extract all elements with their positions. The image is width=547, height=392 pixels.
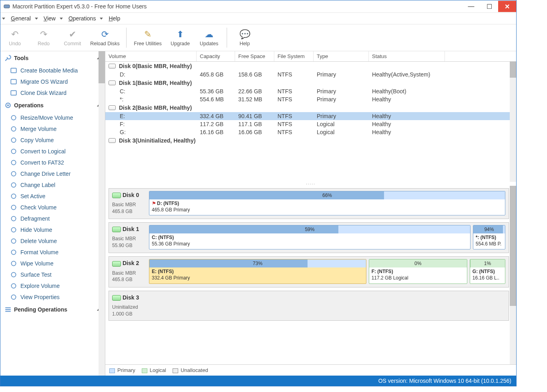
sidebar-item[interactable]: Explore Volume [0, 280, 105, 291]
disk-icon [109, 80, 116, 85]
sidebar-item-label: Convert to Logical [20, 148, 66, 155]
sidebar-item[interactable]: Surface Test [0, 269, 105, 280]
sidebar-item-label: Format Volume [20, 249, 58, 255]
partition[interactable]: 73%E: (NTFS)332.4 GB Primary [149, 259, 366, 283]
sidebar-item[interactable]: Convert to Logical [0, 146, 105, 157]
column-capacity[interactable]: Capacity [197, 51, 235, 61]
column-fs[interactable]: File System [274, 51, 314, 61]
sidebar-item[interactable]: View Properties [0, 291, 105, 303]
svg-point-13 [11, 194, 16, 198]
undo-button[interactable]: ↶Undo [0, 26, 29, 49]
updates-button[interactable]: ☁Updates [195, 26, 223, 49]
sidebar-item[interactable]: Delete Volume [0, 235, 105, 247]
sidebar-item[interactable]: Copy Volume [0, 135, 105, 146]
minimize-button[interactable]: — [462, 1, 480, 12]
partition[interactable]: 66%⚑D: (NTFS)465.8 GB Primary [149, 191, 505, 215]
sidebar-item[interactable]: Set Active [0, 191, 105, 202]
disk-header[interactable]: Disk 2(Basic MBR, Healthy) [105, 103, 510, 112]
sidebar-item-label: Check Volume [20, 204, 56, 211]
sidebar-item[interactable]: Change Drive Letter [0, 168, 105, 179]
menu-help[interactable]: Help [106, 14, 123, 22]
cell-capacity: 117.2 GB [197, 121, 235, 127]
table-row[interactable]: C:55.36 GB22.66 GBNTFSPrimaryHealthy(Boo… [105, 87, 510, 95]
sidebar-item-label: Explore Volume [20, 283, 60, 289]
op-icon [10, 204, 17, 211]
upgrade-button[interactable]: ⬆Upgrade [166, 26, 195, 49]
splitter[interactable]: ····· [105, 182, 516, 186]
column-type[interactable]: Type [314, 51, 369, 61]
sidebar-item[interactable]: Defragment [0, 213, 105, 224]
table-row[interactable]: D:465.8 GB158.6 GBNTFSPrimaryHealthy(Act… [105, 70, 510, 78]
disk-icon [112, 261, 121, 267]
scrollbar[interactable] [510, 186, 516, 364]
partition[interactable]: 0%F: (NTFS)117.2 GB Logical [369, 259, 467, 283]
partition[interactable]: 94%*: (NTFS)554.6 MB P. [473, 225, 505, 249]
disk-block[interactable]: Disk 2Basic MBR465.8 GB73%E: (NTFS)332.4… [109, 256, 509, 287]
disk-block[interactable]: Disk 3Uninitialized1.000 GB [109, 291, 509, 321]
sidebar-item[interactable]: Create Bootable Media [0, 65, 105, 76]
cell-fs: NTFS [274, 71, 314, 78]
op-icon [10, 125, 17, 133]
table-row[interactable]: *:554.6 MB31.52 MBNTFSPrimaryHealthy [105, 95, 510, 103]
sidebar-item-label: Delete Volume [20, 238, 57, 244]
disk-block[interactable]: Disk 0Basic MBR465.8 GB66%⚑D: (NTFS)465.… [109, 188, 509, 219]
disk-header[interactable]: Disk 0(Basic MBR, Healthy) [105, 62, 510, 70]
svg-point-16 [11, 227, 16, 232]
sidebar-item[interactable]: Hide Volume [0, 224, 105, 235]
maximize-button[interactable]: ☐ [480, 1, 498, 12]
disk-title: Disk 0(Basic MBR, Healthy) [119, 63, 192, 69]
redo-button[interactable]: ↷Redo [29, 26, 58, 49]
disk-info: Disk 2Basic MBR465.8 GB [112, 259, 146, 283]
reload-button[interactable]: ⟳Reload Disks [87, 26, 123, 49]
sidebar-section-pending[interactable]: Pending Operations [0, 303, 105, 316]
disk-header[interactable]: Disk 1(Basic MBR, Healthy) [105, 78, 510, 87]
help-button[interactable]: 💬Help [230, 26, 259, 49]
menu-view[interactable]: View [41, 14, 58, 22]
sidebar-item[interactable]: Merge Volume [0, 123, 105, 135]
sidebar-item[interactable]: Wipe Volume [0, 258, 105, 269]
cell-free: 117.1 GB [235, 121, 274, 127]
sidebar-item[interactable]: Convert to FAT32 [0, 157, 105, 168]
op-icon [10, 148, 17, 155]
cell-volume: D: [117, 71, 197, 78]
sidebar-item[interactable]: Check Volume [0, 202, 105, 213]
sidebar-section-tools[interactable]: Tools [0, 51, 105, 65]
sidebar-item[interactable]: Clone Disk Wizard [0, 87, 105, 99]
svg-point-14 [11, 205, 16, 209]
usage-bar: 66% [149, 191, 505, 199]
menu-general[interactable]: General [8, 14, 33, 22]
sidebar-item[interactable]: Resize/Move Volume [0, 112, 105, 123]
partition[interactable]: 1%G: (NTFS)16.16 GB L.. [470, 259, 505, 283]
column-status[interactable]: Status [369, 51, 445, 61]
svg-rect-3 [11, 90, 16, 95]
sidebar-item-label: Change Label [20, 182, 55, 188]
disk-block[interactable]: Disk 1Basic MBR55.90 GB59%C: (NTFS)55.36… [109, 222, 509, 253]
sidebar-item[interactable]: Change Label [0, 179, 105, 191]
cell-volume: G: [117, 129, 197, 135]
commit-button[interactable]: ✔Commit [58, 26, 87, 49]
scrollbar[interactable] [99, 51, 105, 376]
sidebar-item-label: Create Bootable Media [20, 67, 78, 74]
toolbar: ↶Undo ↷Redo ✔Commit ⟳Reload Disks ✎Free … [0, 24, 516, 51]
sidebar-item[interactable]: Format Volume [0, 247, 105, 258]
svg-point-18 [11, 250, 16, 254]
cell-volume: *: [117, 96, 197, 103]
column-volume[interactable]: Volume [105, 51, 197, 61]
sidebar-item[interactable]: Migrate OS Wizard [0, 76, 105, 87]
disk-map[interactable]: Disk 0Basic MBR465.8 GB66%⚑D: (NTFS)465.… [105, 186, 516, 364]
column-free[interactable]: Free Space [235, 51, 274, 61]
legend-label: Primary [117, 367, 135, 373]
table-row[interactable]: G:16.16 GB16.06 GBNTFSLogicalHealthy [105, 128, 510, 136]
op-icon [10, 249, 17, 256]
disk-header[interactable]: Disk 3(Uninitialized, Healthy) [105, 136, 510, 145]
table-row[interactable]: F:117.2 GB117.1 GBNTFSLogicalHealthy [105, 120, 510, 128]
op-icon [10, 237, 17, 245]
scrollbar[interactable] [510, 62, 516, 182]
menu-operations[interactable]: Operations [66, 14, 98, 22]
volume-table[interactable]: Disk 0(Basic MBR, Healthy)D:465.8 GB158.… [105, 62, 516, 182]
table-row[interactable]: E:332.4 GB90.41 GBNTFSPrimaryHealthy [105, 112, 510, 120]
close-button[interactable]: ✕ [498, 1, 516, 12]
partition[interactable]: 59%C: (NTFS)55.36 GB Primary [149, 225, 471, 249]
free-utilities-button[interactable]: ✎Free Utilities [130, 26, 166, 49]
sidebar-section-operations[interactable]: Operations [0, 99, 105, 112]
